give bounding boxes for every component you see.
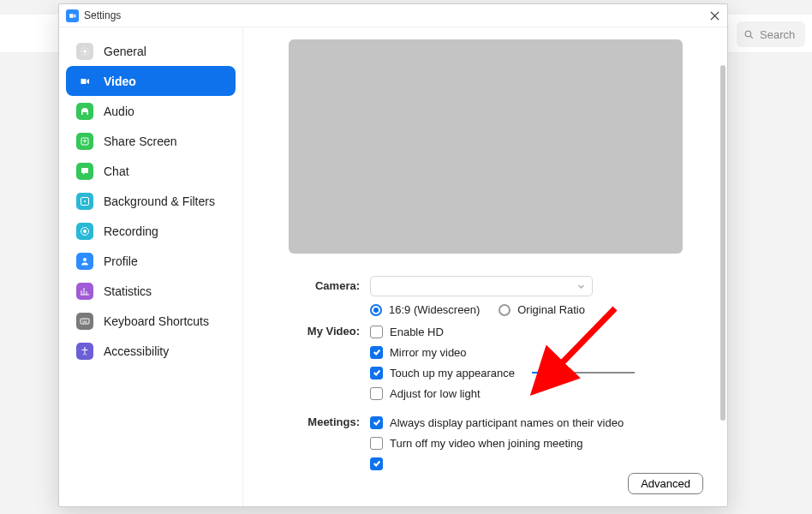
accessibility-icon	[76, 343, 93, 360]
ratio-original-label: Original Ratio	[517, 303, 585, 316]
chevron-down-icon	[577, 283, 585, 290]
filters-icon	[76, 193, 93, 210]
ratio-original-radio[interactable]: Original Ratio	[499, 303, 585, 316]
turnoff-join-checkbox[interactable]: Turn off my video when joining meeting	[370, 437, 582, 450]
svg-point-13	[84, 320, 85, 320]
search-input-bg[interactable]: Search	[737, 21, 805, 47]
window-title: Settings	[84, 9, 121, 21]
app-icon	[66, 9, 79, 22]
always-names-checkbox[interactable]: Always display participant names on thei…	[370, 416, 624, 429]
gear-icon	[76, 43, 93, 60]
sidebar-item-recording[interactable]: Recording	[66, 216, 236, 246]
svg-point-12	[82, 320, 83, 320]
sidebar-item-label: Profile	[104, 254, 138, 268]
radio-on-icon	[370, 304, 382, 316]
partial-checkbox-icon	[370, 457, 383, 470]
svg-point-14	[86, 320, 87, 320]
sidebar-item-label: Share Screen	[104, 134, 177, 148]
sidebar-item-profile[interactable]: Profile	[66, 246, 236, 276]
svg-rect-15	[83, 321, 87, 322]
sidebar-item-chat[interactable]: Chat	[66, 156, 236, 186]
ratio-169-label: 16:9 (Widescreen)	[389, 303, 480, 316]
sidebar-item-shortcuts[interactable]: Keyboard Shortcuts	[66, 306, 236, 336]
mirror-checkbox[interactable]: Mirror my video	[370, 346, 467, 359]
scrollbar[interactable]	[720, 65, 725, 421]
share-icon	[76, 133, 93, 150]
sidebar-item-label: Chat	[104, 164, 129, 178]
sidebar-item-label: Accessibility	[104, 344, 169, 358]
sidebar-item-label: Statistics	[104, 284, 152, 298]
sidebar-item-audio[interactable]: Audio	[66, 96, 236, 126]
search-icon	[743, 29, 755, 40]
sidebar-item-general[interactable]: General	[66, 36, 236, 66]
video-preview	[289, 39, 683, 254]
settings-dialog: Settings GeneralVideoAudioShare ScreenCh…	[58, 3, 728, 507]
chat-icon	[76, 163, 93, 180]
content-pane: Camera: 16:9 (Widescreen)	[243, 27, 727, 506]
sidebar-item-label: Recording	[104, 224, 158, 238]
enable-hd-checkbox[interactable]: Enable HD	[370, 326, 444, 338]
lowlight-checkbox[interactable]: Adjust for low light	[370, 387, 481, 400]
svg-point-10	[83, 258, 87, 261]
svg-point-16	[84, 347, 86, 349]
svg-point-4	[84, 50, 87, 52]
sidebar-item-a11y[interactable]: Accessibility	[66, 336, 236, 366]
video-icon	[76, 73, 93, 90]
svg-point-0	[745, 31, 751, 37]
sidebar: GeneralVideoAudioShare ScreenChatBackgro…	[59, 27, 243, 506]
ratio-169-radio[interactable]: 16:9 (Widescreen)	[370, 303, 480, 316]
sidebar-item-label: Keyboard Shortcuts	[104, 314, 209, 328]
svg-line-1	[750, 36, 753, 39]
svg-point-7	[84, 200, 86, 202]
stats-icon	[76, 283, 93, 300]
sidebar-item-stats[interactable]: Statistics	[66, 276, 236, 306]
sidebar-item-video[interactable]: Video	[66, 66, 236, 96]
svg-rect-11	[81, 319, 89, 324]
keyboard-icon	[76, 313, 93, 330]
camera-select[interactable]	[370, 276, 593, 296]
radio-off-icon	[499, 304, 510, 316]
touchup-slider[interactable]	[532, 372, 635, 374]
myvideo-label: My Video:	[267, 321, 370, 338]
sidebar-item-label: General	[104, 45, 146, 58]
search-placeholder: Search	[760, 28, 795, 41]
sidebar-item-label: Background & Filters	[104, 194, 215, 208]
touchup-checkbox[interactable]: Touch up my appearance	[370, 367, 515, 380]
record-icon	[76, 223, 93, 240]
headphones-icon	[76, 103, 93, 120]
sidebar-item-share[interactable]: Share Screen	[66, 126, 236, 156]
profile-icon	[76, 253, 93, 270]
meetings-label: Meetings:	[267, 412, 370, 428]
svg-point-9	[83, 230, 87, 233]
slider-thumb[interactable]	[562, 368, 572, 378]
sidebar-item-label: Audio	[104, 105, 134, 118]
close-button[interactable]	[707, 8, 722, 23]
sidebar-item-label: Video	[104, 75, 136, 88]
sidebar-item-bg[interactable]: Background & Filters	[66, 186, 236, 216]
advanced-button[interactable]: Advanced	[628, 473, 703, 494]
titlebar: Settings	[59, 4, 727, 27]
camera-label: Camera:	[267, 276, 370, 292]
